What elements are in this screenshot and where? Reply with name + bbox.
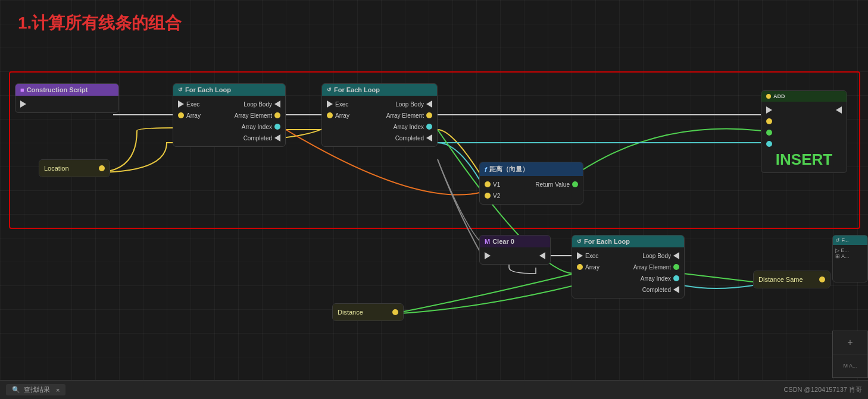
dist-v2-dot [485, 193, 491, 199]
distance-same-dot [819, 277, 825, 282]
for-each-loop-3-node: ↺ For Each Loop Exec Loop Body Array Arr… [572, 235, 685, 299]
bottom-bar: 🔍 查找结果 × CSDN @1204157137 肖哥 [0, 380, 868, 399]
fel2-completed-out: Completed [395, 134, 432, 142]
fel2-arrayelement-out: Array Element [386, 112, 432, 119]
clear0-exec-out [539, 252, 545, 259]
fel3-arrayindex-out: Array Index [641, 275, 679, 282]
fel1-loopbody-arrow [274, 100, 280, 108]
fel1-arrayindex-label: Array Index [242, 124, 272, 130]
insert-node: ADD INSERT [761, 90, 847, 173]
fel1-arrayindex-dot [274, 124, 280, 130]
dist-v1-in: V1 [485, 181, 500, 188]
fel1-completed-out: Completed [243, 134, 280, 142]
fel3-array-in: Array [577, 264, 600, 271]
insert-exec-in [766, 106, 772, 114]
for-each-loop-2-body: Exec Loop Body Array Array Element Array… [322, 96, 437, 146]
insert-header-label: ADD [773, 93, 785, 99]
exec-out-pin [20, 100, 26, 108]
fel2-exec-in-label: Exec [335, 101, 348, 108]
clear0-body [480, 247, 550, 264]
fel1-arrayelement-dot [274, 112, 280, 118]
csdn-info: CSDN @1204157137 肖哥 [783, 385, 862, 394]
page-title: 1.计算所有线条的组合 [18, 12, 182, 34]
location-label: Location [44, 165, 69, 172]
insert-val1-in [766, 130, 772, 136]
fel2-array-row: Array Array Element [327, 111, 432, 120]
location-row: Location [44, 164, 105, 173]
fel1-array-dot [178, 112, 184, 118]
fel3-loopbody-label: Loop Body [642, 253, 671, 259]
fel2-loopbody-label: Loop Body [395, 101, 424, 108]
construction-script-body [15, 96, 118, 112]
insert-text-row: INSERT [766, 150, 842, 169]
partial-exec-row: ▷ E... [835, 247, 865, 253]
distance-func-body: V1 Return Value V2 [480, 176, 583, 204]
insert-exec-row [766, 105, 842, 115]
fel1-arrayindex-out: Array Index [242, 124, 280, 130]
construction-script-exec-row [20, 99, 114, 109]
fel2-completed-row: Completed [327, 133, 432, 143]
fel3-exec-in-label: Exec [585, 253, 598, 259]
fel2-array-dot [327, 112, 333, 118]
dist-v2-in: V2 [485, 193, 500, 199]
fel2-arrayelement-dot [426, 112, 432, 118]
insert-val2-dot [766, 141, 772, 147]
partial-node-body: ▷ E... ⊞ A... [833, 245, 867, 262]
location-node: Location [39, 159, 110, 177]
location-out-dot [99, 165, 105, 171]
distance-var-body: Distance [333, 304, 403, 321]
insert-header: ADD [761, 91, 847, 102]
for-each-loop-1-body: Exec Loop Body Array Array Element Array… [173, 96, 285, 146]
partial-node-header: ↺ F... [833, 235, 867, 245]
insert-text: INSERT [766, 150, 842, 169]
fel3-arrayelement-out: Array Element [633, 264, 679, 271]
partial-array-row: ⊞ A... [835, 253, 865, 259]
clear0-exec-in-arrow [485, 252, 491, 259]
fel2-exec-arrow-in [327, 100, 333, 108]
insert-exec-out-arrow [836, 106, 842, 114]
distance-same-body: Distance Same [754, 271, 830, 288]
dist-return-label: Return Value [535, 181, 570, 188]
insert-val1-dot [766, 130, 772, 136]
for-each-loop-1-header: ↺ For Each Loop [173, 84, 285, 96]
dist-v2-row: V2 [485, 191, 578, 200]
fel3-exec-row: Exec Loop Body [577, 251, 679, 260]
mini-panel-plus[interactable]: + [833, 331, 867, 354]
fel2-loopbody-arrow [426, 100, 432, 108]
fel3-index-row: Array Index [577, 274, 679, 283]
distance-func-header: f 距离（向量） [480, 162, 583, 176]
distance-same-row: Distance Same [758, 275, 825, 284]
fel1-loopbody-out: Loop Body [243, 100, 280, 108]
fel3-completed-label: Completed [642, 287, 671, 293]
search-tab[interactable]: 🔍 查找结果 × [6, 384, 65, 395]
clear0-label: Clear 0 [492, 238, 514, 245]
mini-panel-map[interactable]: M A... [833, 354, 867, 378]
insert-val1-row [766, 128, 842, 137]
distance-var-label: Distance [338, 309, 363, 316]
fel1-array-row: Array Array Element [178, 111, 280, 120]
exec-out-arrow [20, 100, 26, 108]
for-each-loop-2-label: For Each Loop [334, 86, 380, 93]
fel2-arrayelement-label: Array Element [386, 112, 424, 119]
fel3-exec-arrow-in [577, 252, 583, 259]
for-each-loop-1-label: For Each Loop [185, 86, 231, 93]
for-each-loop-3-header: ↺ For Each Loop [572, 235, 684, 247]
fel2-arrayindex-label: Array Index [394, 124, 424, 130]
insert-val2-in [766, 141, 772, 147]
location-body: Location [39, 160, 110, 177]
distance-same-node: Distance Same [753, 271, 830, 288]
insert-exec-out [836, 106, 842, 114]
clear0-exec-out-arrow [539, 252, 545, 259]
dist-v1-label: V1 [493, 181, 500, 188]
fel1-exec-arrow-in [178, 100, 184, 108]
construction-script-label: Construction Script [27, 86, 88, 93]
fel1-arrayelement-label: Array Element [235, 112, 272, 119]
mini-panel[interactable]: + M A... [832, 331, 868, 378]
fel3-completed-out: Completed [642, 286, 679, 293]
insert-array-dot [766, 118, 772, 124]
dist-return-dot [572, 181, 578, 187]
clear0-exec-row [485, 251, 545, 260]
search-tab-close[interactable]: × [56, 387, 60, 394]
partial-node-right: ↺ F... ▷ E... ⊞ A... [832, 235, 868, 282]
fel2-array-in: Array [327, 112, 349, 119]
